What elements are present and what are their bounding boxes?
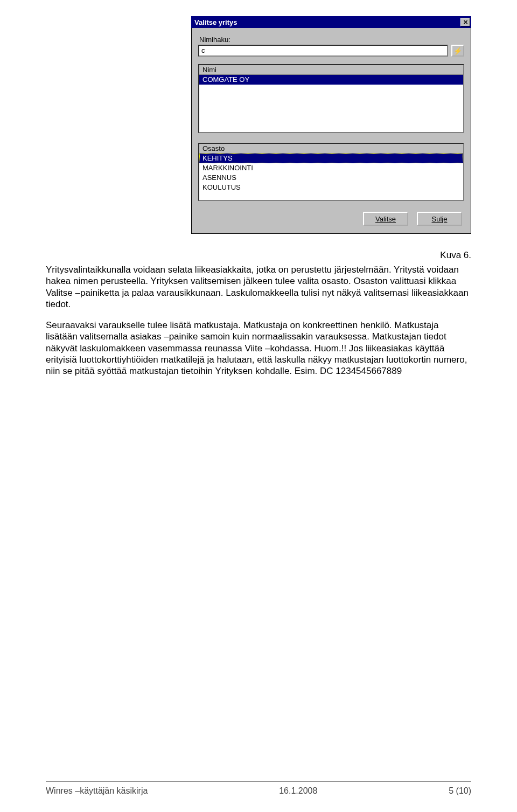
nimi-header: Nimi (199, 65, 463, 75)
document-page: Valitse yritys ✕ Nimihaku: c ⚡ Nimi COMG… (0, 0, 517, 812)
search-label: Nimihaku: (199, 36, 464, 44)
body-paragraph: Seuraavaksi varaukselle tulee lisätä mat… (46, 320, 471, 377)
dialog-title: Valitse yritys (194, 18, 237, 26)
footer-center: 16.1.2008 (148, 786, 449, 796)
dialog-titlebar: Valitse yritys ✕ (191, 16, 471, 28)
list-item[interactable]: ASENNUS (199, 173, 463, 183)
list-item[interactable]: COMGATE OY (199, 75, 463, 85)
osasto-listbox[interactable]: Osasto KEHITYS MARKKINOINTI ASENNUS KOUL… (198, 143, 464, 201)
footer-right: 5 (10) (449, 786, 471, 796)
footer-left: Winres –käyttäjän käsikirja (46, 786, 148, 796)
dialog-button-row: Valitse Sulje (198, 212, 464, 226)
sulje-button[interactable]: Sulje (417, 212, 462, 226)
osasto-header: Osasto (199, 144, 463, 154)
body-paragraph: Yritysvalintaikkunalla voidaan selata li… (46, 264, 471, 310)
search-input[interactable]: c (198, 45, 448, 57)
dialog-body: Nimihaku: c ⚡ Nimi COMGATE OY Osasto KEH… (191, 28, 471, 234)
search-button[interactable]: ⚡ (451, 45, 464, 57)
search-row: c ⚡ (198, 45, 464, 57)
dialog-valitse-yritys: Valitse yritys ✕ Nimihaku: c ⚡ Nimi COMG… (191, 16, 471, 234)
list-item[interactable]: KEHITYS (199, 154, 463, 163)
footer-rule (46, 781, 471, 782)
list-item[interactable]: MARKKINOINTI (199, 163, 463, 173)
list-item[interactable]: KOULUTUS (199, 183, 463, 192)
close-icon[interactable]: ✕ (460, 18, 470, 26)
nimi-listbox[interactable]: Nimi COMGATE OY (198, 64, 464, 133)
valitse-button[interactable]: Valitse (363, 212, 408, 226)
lightning-icon: ⚡ (453, 47, 462, 55)
page-footer: Winres –käyttäjän käsikirja 16.1.2008 5 … (46, 786, 471, 796)
figure-caption: Kuva 6. (46, 250, 471, 261)
